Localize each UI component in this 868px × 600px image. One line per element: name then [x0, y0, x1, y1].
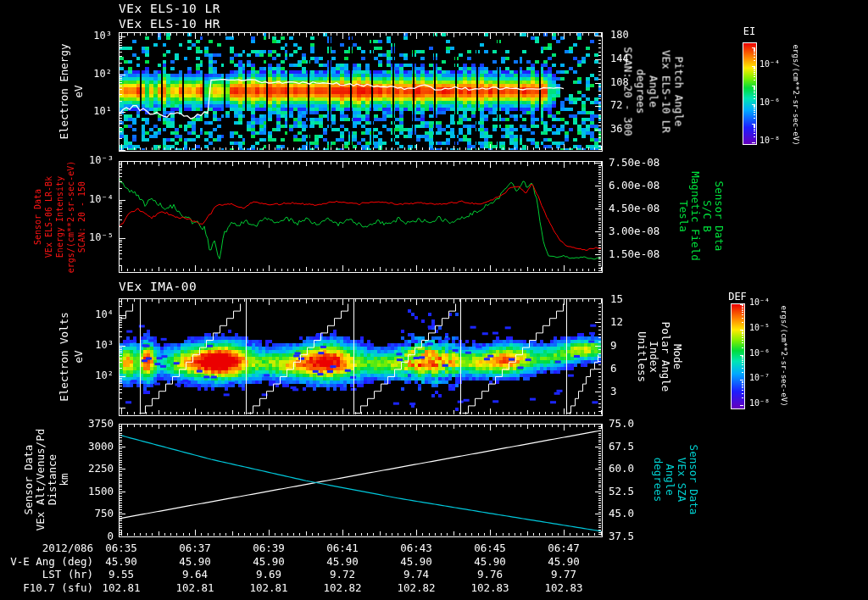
colorbar1-tick-label: 10⁻⁴	[760, 60, 827, 69]
time-axis-label: 06:41	[313, 542, 372, 553]
table-cell: 45.90	[239, 556, 298, 567]
p1-right-tick-label: 108	[610, 77, 678, 88]
p2-right-tick-label: 3.00e-08	[609, 225, 676, 236]
table-row-label: LST (hr)	[0, 569, 93, 580]
p1-right-tick-label: 144	[610, 53, 678, 64]
time-axis-label: 06:37	[165, 542, 225, 553]
p4-ytick-label: 0	[59, 531, 114, 542]
table-cell: 102.82	[387, 582, 446, 593]
time-axis-label: 06:45	[460, 542, 520, 553]
table-cell: 102.81	[165, 582, 225, 593]
table-cell: 102.83	[460, 582, 520, 593]
time-axis-label: 06:35	[92, 542, 151, 553]
table-cell: 45.90	[534, 556, 593, 567]
p4-right-tick-label: 37.5	[609, 531, 676, 542]
p4-right-tick-label: 52.5	[609, 486, 676, 497]
p2-right-tick-label: 7.50e-08	[609, 157, 676, 168]
table-cell: 9.76	[460, 569, 520, 580]
p4-ytick-label: 3750	[59, 418, 114, 429]
p2-ytick-label: 10⁻⁴	[59, 194, 114, 205]
time-axis-label: 06:47	[534, 542, 593, 553]
tick-labels-layer: 10³10²10¹180144108723610⁻³10⁻⁴10⁻⁵7.50e-…	[0, 0, 868, 600]
table-row-label: 2012/086	[0, 542, 93, 553]
table-cell: 45.90	[313, 556, 372, 567]
p4-right-tick-label: 67.5	[609, 441, 676, 452]
p4-ytick-label: 750	[59, 508, 114, 519]
p3-right-tick-label: 3	[610, 386, 678, 397]
p2-ytick-label: 10⁻³	[59, 155, 114, 166]
p2-right-tick-label: 6.00e-08	[609, 180, 676, 191]
p3-right-tick-label: 15	[610, 293, 678, 304]
p1-ytick-label: 10³	[58, 31, 112, 42]
plot-screen: VEx ELS-10 LR VEx ELS-10 HR VEx IMA-00 E…	[0, 0, 868, 600]
time-axis-label: 06:39	[239, 542, 298, 553]
table-cell: 45.90	[92, 556, 151, 567]
table-cell: 102.83	[534, 582, 593, 593]
p1-right-tick-label: 72	[610, 100, 678, 111]
p2-right-tick-label: 4.50e-08	[609, 203, 676, 214]
p2-ytick-label: 10⁻⁵	[59, 232, 114, 243]
p1-ytick-label: 10¹	[58, 106, 112, 117]
colorbar2-tick-label: 10⁻⁴	[749, 298, 817, 308]
table-cell: 9.72	[313, 569, 372, 580]
p4-ytick-label: 1500	[59, 486, 114, 497]
table-cell: 45.90	[387, 556, 446, 567]
colorbar1-tick-label: 10⁻⁶	[760, 98, 827, 108]
table-row-label: V-E Ang (deg)	[0, 556, 93, 567]
p1-ytick-label: 10²	[58, 69, 112, 80]
table-cell: 102.81	[92, 582, 151, 593]
colorbar2-tick-label: 10⁻⁸	[749, 399, 817, 408]
p3-right-tick-label: 6	[610, 363, 678, 374]
table-cell: 9.74	[387, 569, 446, 580]
table-cell: 45.90	[460, 556, 520, 567]
p3-ytick-label: 10⁴	[59, 309, 114, 320]
p4-right-tick-label: 75.0	[609, 418, 676, 429]
p1-right-tick-label: 36	[610, 124, 678, 135]
p3-right-tick-label: 9	[610, 340, 678, 351]
table-cell: 9.77	[534, 569, 593, 580]
p3-right-tick-label: 12	[610, 316, 678, 327]
p4-right-tick-label: 45.0	[609, 508, 676, 519]
colorbar2-tick-label: 10⁻⁷	[749, 374, 817, 383]
p4-ytick-label: 3000	[59, 441, 114, 452]
p3-ytick-label: 10³	[59, 340, 114, 351]
table-cell: 102.82	[313, 582, 372, 593]
table-cell: 9.69	[239, 569, 298, 580]
table-cell: 102.81	[239, 582, 298, 593]
table-cell: 9.55	[92, 569, 151, 580]
colorbar2-tick-label: 10⁻⁵	[749, 324, 817, 333]
colorbar1-tick-label: 10⁻⁸	[760, 136, 827, 146]
time-axis-label: 06:43	[387, 542, 446, 553]
p4-ytick-label: 2250	[59, 463, 114, 474]
p1-right-tick-label: 180	[610, 30, 678, 41]
p4-right-tick-label: 60.0	[609, 463, 676, 474]
p3-ytick-label: 10²	[59, 370, 114, 381]
p2-right-tick-label: 1.50e-08	[609, 248, 676, 259]
table-cell: 9.64	[165, 569, 225, 580]
table-row-label: F10.7 (sfu)	[0, 582, 93, 593]
colorbar2-tick-label: 10⁻⁶	[749, 349, 817, 358]
table-cell: 45.90	[165, 556, 225, 567]
